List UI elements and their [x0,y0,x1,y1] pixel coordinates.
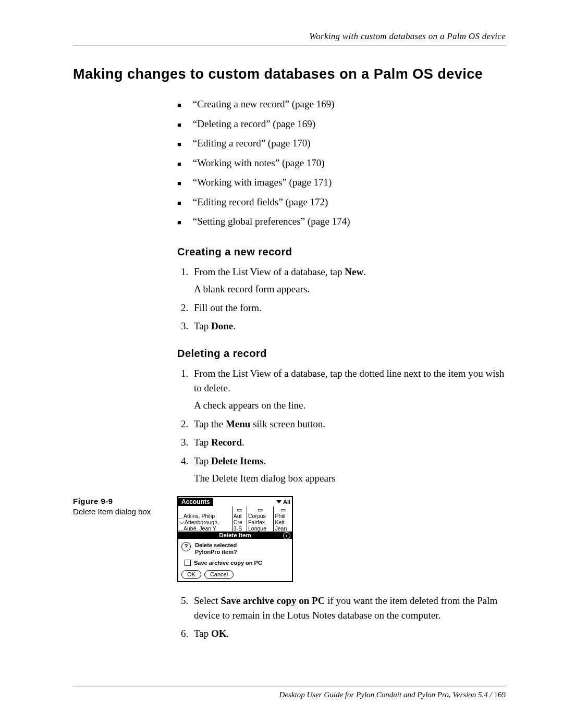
palm-list: ▭▭▭ Atkins, Philip Aut Corpus Phili Atte… [178,507,292,532]
palm-dialog-title: Delete Item i [178,532,292,539]
checkmark-icon [179,520,184,524]
toc-item: ■“Setting global preferences” (page 174) [177,214,506,229]
bullet-square-icon: ■ [177,120,181,131]
step-text: From the List View of a database, tap [194,266,345,277]
page-footer: Desktop User Guide for Pylon Conduit and… [73,686,506,699]
step-result: A blank record form appears. [194,282,506,297]
page: Working with custom databases on a Palm … [0,0,563,728]
toc-item: ■“Deleting a record” (page 169) [177,117,506,131]
cell: Aubé, Jean Y [183,525,216,532]
archive-label: Save archive copy on PC [194,560,262,566]
footer-text: Desktop User Guide for Pylon Conduit and… [279,690,488,699]
ui-term: Record [211,437,242,448]
figure-caption: Delete Item dialog box [73,507,177,517]
dropdown-triangle-icon[interactable] [276,500,282,503]
step: Tap OK. [191,626,506,641]
step-text: Fill out the form. [194,302,262,313]
cell: Fairfax [247,519,274,525]
ui-term: OK [211,628,227,639]
palm-dialog-mock: Accounts All ▭▭▭ Atkins, Philip Aut Corp… [177,496,293,582]
bullet-square-icon: ■ [177,198,181,209]
step-text: . [264,455,266,466]
question-icon: ? [181,542,191,551]
ok-button[interactable]: OK [181,570,201,579]
palm-tab[interactable]: Accounts [178,498,213,506]
toc-item: ■“Working with notes” (page 170) [177,156,506,170]
figure-row: Figure 9-9 Delete Item dialog box Accoun… [73,496,506,582]
step-text: Tap [194,628,211,639]
ui-term: Menu [226,418,251,429]
subhead-creating: Creating a new record [177,244,506,260]
step: Tap the Menu silk screen button. [191,417,506,431]
toc-text: “Working with notes” (page 170) [193,156,325,170]
creating-steps: From the List View of a database, tap Ne… [177,265,506,334]
section-title: Making changes to custom databases on a … [73,66,506,82]
toc-text: “Editing record fields” (page 172) [193,195,328,209]
toc-list: ■“Creating a new record” (page 169) ■“De… [177,97,506,229]
cell: Longue [247,525,274,532]
toc-text: “Setting global preferences” (page 174) [193,214,350,229]
step-text: . [233,320,236,331]
step: Tap Record. [191,435,506,450]
step-text: silk screen button. [250,418,325,429]
step-text: Tap the [194,418,226,429]
figure-label: Figure 9-9 Delete Item dialog box [73,496,177,582]
toc-item: ■“Creating a new record” (page 169) [177,97,506,112]
bullet-square-icon: ■ [177,178,181,189]
ui-term: Save archive copy on PC [221,595,325,606]
archive-option[interactable]: Save archive copy on PC [185,560,289,566]
palm-category[interactable]: All [283,499,292,505]
cell: Keit [274,519,292,525]
toc-text: “Creating a new record” (page 169) [193,97,335,112]
step: Tap Delete Items. The Delete Item dialog… [191,454,506,486]
msg-line: Delete selected [195,542,237,548]
step-text: Tap [194,437,211,448]
step: From the List View of a database, tap th… [191,366,506,413]
cell: Phili [274,513,292,519]
step: Tap Done. [191,319,506,334]
step-text: Tap [194,320,211,331]
header-rule [73,45,506,45]
bullet-square-icon: ■ [177,139,181,150]
figure-image: Accounts All ▭▭▭ Atkins, Philip Aut Corp… [177,496,293,582]
checkbox-icon[interactable] [185,560,191,566]
body-column-cont: Select Save archive copy on PC if you wa… [177,594,506,641]
step-text: Tap [194,455,211,466]
step: From the List View of a database, tap Ne… [191,265,506,297]
step-text: Select [194,595,221,606]
info-icon[interactable]: i [283,532,290,539]
ui-term: Done [211,320,233,331]
list-row[interactable]: Aubé, Jean Y 3-S Longue Jean [178,525,292,532]
subhead-deleting: Deleting a record [177,346,506,361]
step-text: . [242,437,244,448]
list-row[interactable]: Attenborough, Cre Fairfax Keit [178,519,292,525]
toc-text: “Working with images” (page 171) [193,175,332,190]
bullet-square-icon: ■ [177,100,181,111]
dialog-title-text: Delete Item [219,532,251,538]
cell: Attenborough, [185,519,219,525]
cancel-button[interactable]: Cancel [204,570,234,579]
toc-item: ■“Working with images” (page 171) [177,175,506,190]
bullet-square-icon: ■ [177,159,181,170]
ui-term: Delete Items [211,455,264,466]
cell: 3-S [232,525,247,532]
step-text: . [227,628,229,639]
page-number: 169 [494,690,506,699]
ui-term: New [345,266,363,277]
step: Select Save archive copy on PC if you wa… [191,594,506,622]
step: Fill out the form. [191,301,506,315]
deleting-steps-cont: Select Save archive copy on PC if you wa… [177,594,506,641]
msg-line: PylonPro item? [195,549,237,555]
palm-dialog-body: ? Delete selected PylonPro item? Save ar… [178,539,292,581]
deleting-steps: From the List View of a database, tap th… [177,366,506,486]
body-column: ■“Creating a new record” (page 169) ■“De… [177,97,506,486]
footer-sep: / [488,690,494,699]
figure-number: Figure 9-9 [73,496,177,507]
cell: Atkins, Philip [183,513,215,519]
bullet-square-icon: ■ [177,217,181,228]
step-result: A check appears on the line. [194,398,506,413]
list-row[interactable]: Atkins, Philip Aut Corpus Phili [178,513,292,519]
footer-rule [73,686,506,686]
cell: Corpus [247,513,274,519]
toc-text: “Editing a record” (page 170) [193,136,311,151]
